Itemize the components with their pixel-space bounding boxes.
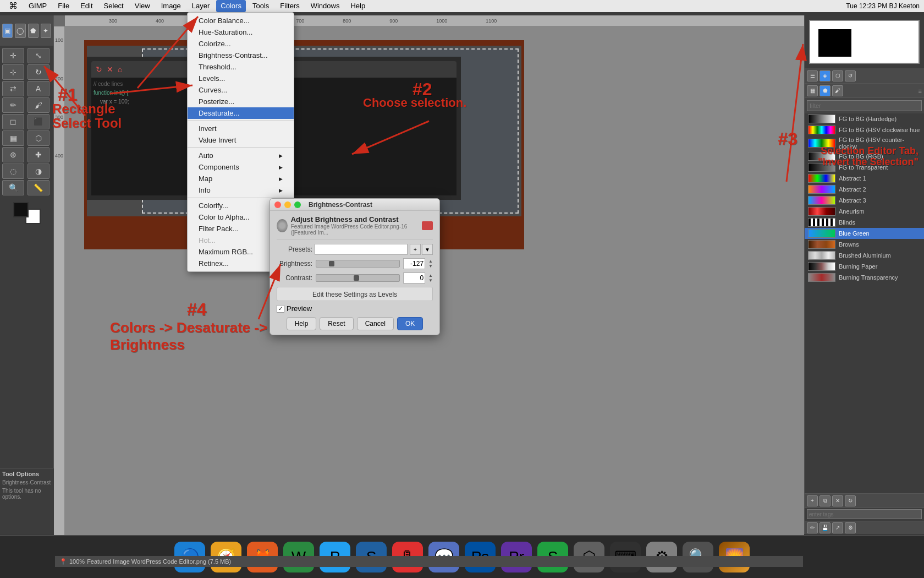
rotate-tool[interactable]: ↻: [28, 64, 50, 80]
settings-icon[interactable]: ⚙: [845, 522, 856, 533]
clone-tool[interactable]: ⊕: [2, 147, 24, 162]
gradient-tool[interactable]: ▦: [2, 130, 24, 146]
menubar-view[interactable]: View: [130, 0, 155, 12]
delete-gradient-btn[interactable]: ✕: [832, 495, 843, 506]
contrast-arrows[interactable]: ▲▼: [428, 273, 433, 283]
edit-levels-button[interactable]: Edit these Settings as Levels: [277, 287, 433, 301]
gradients-icon[interactable]: ▦: [807, 85, 818, 96]
measure-tool[interactable]: 📏: [28, 180, 50, 195]
tag-input[interactable]: [807, 509, 922, 519]
brightness-slider[interactable]: [316, 260, 400, 268]
dialog-close-btn[interactable]: [274, 201, 281, 208]
menu-map[interactable]: Map ▶: [188, 173, 294, 184]
layers-tab-icon[interactable]: ☰: [807, 70, 818, 81]
menubar-image[interactable]: Image: [157, 0, 185, 12]
refresh-gradient-btn[interactable]: ↻: [845, 495, 856, 506]
fg-bg-swatches[interactable]: [13, 202, 41, 224]
presets-input[interactable]: [315, 244, 408, 255]
gradient-blue-green[interactable]: Blue Green: [805, 228, 924, 239]
menubar-edit[interactable]: Edit: [76, 0, 97, 12]
menubar-colors[interactable]: Colors: [216, 0, 246, 12]
menubar-help[interactable]: Help: [346, 0, 370, 12]
menu-levels[interactable]: Levels...: [188, 73, 294, 84]
menu-curves[interactable]: Curves...: [188, 84, 294, 96]
blur-tool[interactable]: ◌: [2, 163, 24, 179]
gradient-fg-bg-hsv-cw[interactable]: FG to BG (HSV clockwise hue: [805, 124, 924, 135]
patterns-icon[interactable]: ⬟: [820, 85, 831, 96]
menu-brightness-contrast[interactable]: Brightness-Contrast...: [188, 50, 294, 61]
gradient-filter-input[interactable]: [807, 100, 922, 111]
menubar-tools[interactable]: Tools: [248, 0, 273, 12]
bc-reset-button[interactable]: Reset: [320, 317, 353, 330]
menubar-gimp[interactable]: GIMP: [24, 0, 51, 12]
gradient-burning-transparency[interactable]: Burning Transparency: [805, 272, 924, 283]
pencil-icon[interactable]: ✏: [807, 522, 818, 533]
paintbrush-tool[interactable]: 🖌: [28, 97, 50, 113]
channels-tab-icon[interactable]: ◈: [820, 70, 831, 81]
brightness-arrows[interactable]: ▲▼: [428, 259, 433, 269]
eyedropper-tool[interactable]: ⬡: [28, 130, 50, 146]
bucket-fill-tool[interactable]: ⬛: [28, 114, 50, 129]
dialog-zoom-btn[interactable]: [294, 201, 301, 208]
crop-tool[interactable]: ⊹: [2, 64, 24, 80]
gradient-fg-transparent[interactable]: FG to Transparent: [805, 162, 924, 173]
preset-add-btn[interactable]: +: [410, 244, 421, 255]
menu-color-balance[interactable]: Color Balance...: [188, 15, 294, 26]
brightness-value[interactable]: -127: [403, 258, 425, 269]
paths-tab-icon[interactable]: ⬡: [832, 70, 843, 81]
pencil-tool[interactable]: ✏: [2, 97, 24, 113]
contrast-slider[interactable]: [316, 274, 400, 282]
panel-menu-btn[interactable]: ≡: [919, 88, 922, 94]
save-icon[interactable]: 💾: [820, 522, 831, 533]
flip-tool[interactable]: ⇄: [2, 81, 24, 96]
menubar-file[interactable]: File: [53, 0, 74, 12]
preview-checkbox[interactable]: ✓: [277, 305, 284, 313]
heal-tool[interactable]: ✚: [28, 147, 50, 162]
ellipse-select-icon[interactable]: ◯: [15, 24, 25, 38]
preset-menu-btn[interactable]: ▼: [422, 244, 433, 255]
menubar-windows[interactable]: Windows: [306, 0, 344, 12]
menu-auto[interactable]: Auto ▶: [188, 150, 294, 161]
menubar-filters[interactable]: Filters: [276, 0, 304, 12]
bc-ok-button[interactable]: OK: [397, 317, 423, 330]
fuzzy-select-icon[interactable]: ✦: [41, 24, 51, 38]
menu-threshold[interactable]: Threshold...: [188, 61, 294, 73]
menu-posterize[interactable]: Posterize...: [188, 96, 294, 107]
gradient-abstract1[interactable]: Abstract 1: [805, 173, 924, 184]
brightness-slider-thumb[interactable]: [329, 261, 334, 266]
gradient-blinds[interactable]: Blinds: [805, 217, 924, 228]
gradient-burning-paper[interactable]: Burning Paper: [805, 261, 924, 272]
menu-desaturate[interactable]: Desaturate...: [188, 107, 294, 119]
new-gradient-btn[interactable]: +: [807, 495, 818, 506]
gradient-fg-bg-rgb[interactable]: FG to BG (RGB): [805, 151, 924, 162]
zoom-tool[interactable]: 🔍: [2, 180, 24, 195]
foreground-color-swatch[interactable]: [13, 202, 29, 217]
duplicate-gradient-btn[interactable]: ⧉: [820, 495, 831, 506]
gradient-browns[interactable]: Browns: [805, 239, 924, 250]
gradient-brushed-aluminium[interactable]: Brushed Aluminium: [805, 250, 924, 261]
bc-cancel-button[interactable]: Cancel: [357, 317, 394, 330]
brushes-icon[interactable]: 🖌: [832, 85, 843, 96]
dodge-tool[interactable]: ◑: [28, 163, 50, 179]
move-tool[interactable]: ✛: [2, 48, 24, 63]
gradient-fg-bg-hsv-ccw[interactable]: FG to BG (HSV counter-clockw: [805, 135, 924, 151]
rectangle-select-tool-icon[interactable]: ▣: [2, 24, 13, 38]
menu-hue-saturation[interactable]: Hue-Saturation...: [188, 26, 294, 38]
menu-colorize[interactable]: Colorize...: [188, 38, 294, 50]
scale-tool[interactable]: ⤡: [28, 48, 50, 63]
menu-info[interactable]: Info ▶: [188, 184, 294, 196]
menu-components[interactable]: Components ▶: [188, 161, 294, 173]
menu-value-invert[interactable]: Value Invert: [188, 134, 294, 146]
bc-help-button[interactable]: Help: [287, 317, 317, 330]
export-icon[interactable]: ↗: [832, 522, 843, 533]
gradient-fg-bg-hardedge[interactable]: FG to BG (Hardedge): [805, 113, 924, 124]
apple-menu[interactable]: ⌘: [4, 0, 22, 12]
menubar-layer[interactable]: Layer: [188, 0, 215, 12]
dialog-minimize-btn[interactable]: [284, 201, 291, 208]
bc-header-button[interactable]: [422, 221, 433, 230]
gradient-aneurism[interactable]: Aneurism: [805, 206, 924, 217]
gradient-abstract2[interactable]: Abstract 2: [805, 184, 924, 195]
menu-invert[interactable]: Invert: [188, 123, 294, 134]
history-tab-icon[interactable]: ↺: [845, 70, 856, 81]
menubar-select[interactable]: Select: [100, 0, 128, 12]
